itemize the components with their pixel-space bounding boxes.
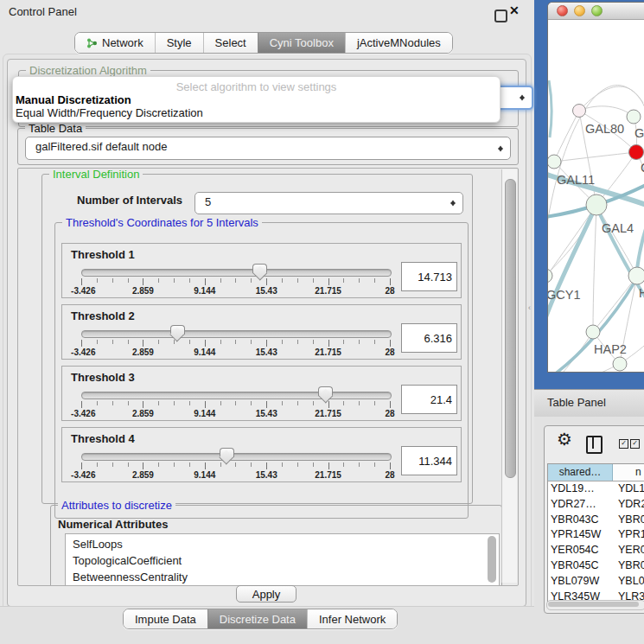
node-label: GAL4 bbox=[602, 221, 634, 235]
apply-button[interactable]: Apply bbox=[236, 585, 296, 603]
discretization-algorithm-label: Discretization Algorithm bbox=[26, 64, 150, 77]
table-panel-title: Table Panel bbox=[547, 396, 606, 409]
checkbox-icon[interactable]: ✓ bbox=[619, 439, 628, 449]
network-window-titlebar[interactable] bbox=[548, 3, 644, 20]
column-header-shared-name[interactable]: shared… bbox=[548, 464, 613, 481]
threshold-value-field[interactable] bbox=[401, 385, 457, 414]
tab-impute-data[interactable]: Impute Data bbox=[124, 609, 207, 628]
tab-jactivemnodules[interactable]: jActiveMNodules bbox=[345, 33, 452, 53]
attributes-group: Attributes to discretize Numerical Attri… bbox=[50, 505, 502, 586]
table-row[interactable]: YPR145W YPR1 bbox=[548, 527, 644, 543]
control-panel: Control Panel ✕ Network bbox=[0, 0, 534, 644]
table-horizontal-scrollbar[interactable] bbox=[546, 600, 644, 610]
tab-select[interactable]: Select bbox=[203, 33, 258, 53]
interval-definition-group: Interval Definition Number of Intervals … bbox=[41, 174, 473, 504]
threshold-slider[interactable]: -3.4262.8599.14415.4321.71528 bbox=[81, 450, 390, 480]
attributes-group-label: Attributes to discretize bbox=[58, 499, 175, 512]
threshold-value-field[interactable] bbox=[401, 323, 457, 353]
number-of-intervals-value: 5 bbox=[205, 195, 211, 208]
gear-icon[interactable]: ⚙ bbox=[557, 429, 572, 450]
tab-cyni-toolbox[interactable]: Cyni Toolbox bbox=[258, 33, 345, 53]
network-node-gal4[interactable] bbox=[586, 194, 607, 215]
table-row[interactable]: YBR043C YBR0 bbox=[548, 513, 644, 528]
network-node-hap2[interactable] bbox=[586, 325, 600, 339]
network-icon bbox=[86, 37, 98, 49]
tab-infer-network[interactable]: Infer Network bbox=[307, 609, 397, 628]
network-view-frame: GAL80GACGAL11GAL4GCY1HHAP2 bbox=[534, 0, 644, 389]
network-node-gal80[interactable] bbox=[573, 105, 586, 118]
interval-definition-label: Interval Definition bbox=[49, 168, 143, 181]
tab-label: Style bbox=[167, 36, 192, 49]
column-header-name[interactable]: n bbox=[613, 464, 644, 481]
table-row[interactable]: YDL19… YDL1 bbox=[548, 481, 644, 497]
float-window-icon[interactable] bbox=[494, 10, 507, 22]
table-row[interactable]: YDR27… YDR2 bbox=[548, 497, 644, 513]
attribute-list-item[interactable]: BetweennessCentrality bbox=[73, 569, 499, 585]
tab-label: Network bbox=[102, 36, 143, 49]
tab-label: Impute Data bbox=[135, 613, 196, 626]
table-row[interactable]: YBR045C YBR0 bbox=[548, 558, 644, 574]
network-canvas[interactable]: GAL80GACGAL11GAL4GCY1HHAP2 bbox=[548, 20, 644, 372]
network-window[interactable]: GAL80GACGAL11GAL4GCY1HHAP2 bbox=[548, 3, 644, 372]
zoom-traffic-light-icon[interactable] bbox=[591, 5, 603, 16]
slider-ticks bbox=[81, 278, 390, 285]
network-node-h[interactable] bbox=[628, 267, 644, 284]
numerical-attributes-heading: Numerical Attributes bbox=[58, 518, 168, 531]
table-body: YDL19… YDL1 YDR27… YDR2 YBR043C YBR0 YPR… bbox=[548, 481, 644, 604]
checkbox-icon[interactable]: ✓ bbox=[630, 439, 640, 449]
slider-ticks bbox=[81, 340, 390, 347]
tab-discretize-data[interactable]: Discretize Data bbox=[207, 609, 307, 628]
minimize-traffic-light-icon[interactable] bbox=[574, 5, 585, 16]
tab-style[interactable]: Style bbox=[155, 33, 203, 53]
dropdown-item-equal-width[interactable]: Equal Width/Frequency Discretization bbox=[16, 106, 203, 119]
attributes-scrollbar-thumb[interactable] bbox=[488, 536, 496, 583]
numerical-attributes-list[interactable]: SelfLoopsTopologicalCoefficientBetweenne… bbox=[65, 533, 500, 586]
close-traffic-light-icon[interactable] bbox=[557, 5, 568, 16]
dropdown-item-manual[interactable]: Manual Discretization bbox=[16, 93, 131, 106]
threshold-value-field[interactable] bbox=[401, 446, 457, 475]
table-header-row: shared… n bbox=[548, 464, 644, 481]
slider-thumb[interactable] bbox=[220, 448, 234, 457]
close-icon[interactable]: ✕ bbox=[509, 3, 520, 17]
attribute-list-item[interactable]: TopologicalCoefficient bbox=[73, 552, 499, 569]
node-label: GAL11 bbox=[557, 173, 595, 187]
network-node-c[interactable] bbox=[629, 145, 644, 160]
splitpane-collapse-icon[interactable]: ‹ bbox=[528, 303, 531, 312]
threshold-slider[interactable]: -3.4262.8599.14415.4321.71528 bbox=[81, 328, 390, 357]
slider-thumb[interactable] bbox=[170, 325, 185, 335]
tab-network[interactable]: Network bbox=[75, 33, 155, 53]
table-row[interactable]: YBL079W YBL0 bbox=[548, 574, 644, 590]
slider-thumb[interactable] bbox=[318, 386, 333, 396]
number-of-intervals-combo[interactable]: 5 bbox=[194, 192, 463, 214]
thresholds-group-label: Threshold's Coordinates for 5 Intervals bbox=[62, 216, 262, 229]
table-data-combo[interactable]: galFiltered.sif default node bbox=[25, 137, 511, 160]
network-node[interactable] bbox=[613, 357, 627, 371]
columns-icon[interactable] bbox=[586, 436, 603, 454]
threshold-label: Threshold 1 bbox=[71, 248, 135, 261]
network-node-ga[interactable] bbox=[627, 110, 641, 124]
threshold-slider[interactable]: -3.4262.8599.14415.4321.71528 bbox=[81, 266, 390, 296]
network-node-gcy1[interactable] bbox=[548, 269, 552, 283]
slider-ticks bbox=[81, 462, 390, 469]
slider-track[interactable] bbox=[81, 330, 392, 338]
table-panel-box: ⚙ ✓ ✓ shared… n YDL19… YDL1 YDR27… YDR2 … bbox=[544, 425, 644, 614]
attribute-list-item[interactable]: SelfLoops bbox=[73, 536, 499, 552]
tab-label: jActiveMNodules bbox=[357, 36, 441, 49]
threshold-row: Threshold 3 -3.4262.8599.14415.4321.7152… bbox=[61, 366, 462, 421]
tab-label: Cyni Toolbox bbox=[270, 36, 334, 49]
table-hscrollbar-thumb[interactable] bbox=[548, 602, 639, 607]
slider-thumb[interactable] bbox=[252, 264, 267, 273]
network-node-gal11[interactable] bbox=[548, 155, 561, 169]
select-columns-icons[interactable]: ✓ ✓ bbox=[619, 439, 640, 449]
settings-scrollbar-thumb[interactable] bbox=[505, 179, 516, 478]
slider-track[interactable] bbox=[81, 392, 392, 399]
threshold-value-field[interactable] bbox=[401, 262, 457, 291]
combo-spinner-icon bbox=[519, 92, 526, 104]
number-of-intervals-label: Number of Intervals bbox=[77, 194, 182, 207]
slider-track[interactable] bbox=[81, 453, 392, 461]
settings-vertical-scrollbar[interactable] bbox=[501, 169, 517, 583]
table-row[interactable]: YER054C YER0 bbox=[548, 543, 644, 558]
slider-track[interactable] bbox=[81, 269, 392, 277]
attributes-scrollbar[interactable] bbox=[487, 536, 497, 584]
threshold-slider[interactable]: -3.4262.8599.14415.4321.71528 bbox=[81, 389, 390, 418]
